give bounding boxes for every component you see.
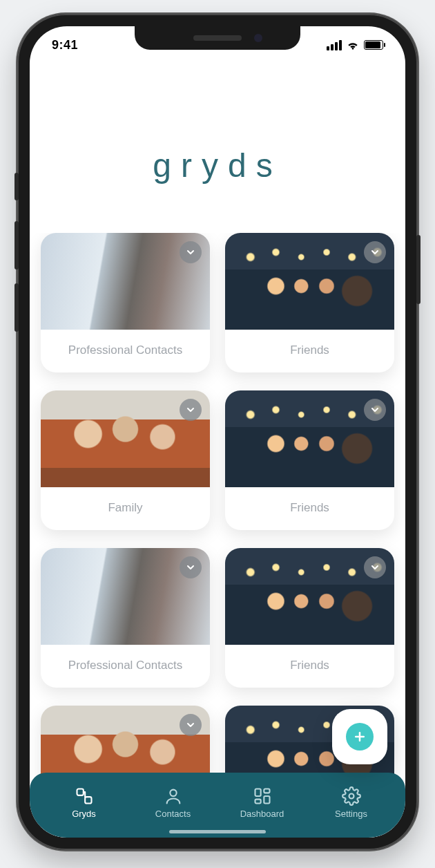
chevron-down-icon	[369, 404, 380, 415]
wifi-icon	[346, 40, 360, 50]
svg-rect-3	[85, 797, 91, 803]
nav-dashboard[interactable]: Dashboard	[218, 786, 307, 819]
card-expand-button[interactable]	[364, 399, 386, 421]
card-expand-button[interactable]	[180, 556, 202, 578]
card-professional-contacts[interactable]: Professional Contacts	[41, 548, 210, 688]
app-root: gryds Professional Contacts	[30, 64, 405, 838]
settings-icon	[342, 786, 361, 806]
svg-rect-7	[264, 796, 269, 804]
speaker	[193, 35, 242, 41]
card-label: Friends	[225, 330, 394, 372]
gryds-icon	[75, 786, 94, 806]
chevron-down-icon	[185, 719, 196, 730]
front-camera	[254, 34, 262, 42]
cellular-icon	[327, 40, 342, 50]
app-logo: gryds	[30, 64, 405, 233]
contacts-icon	[164, 786, 183, 806]
chevron-down-icon	[185, 404, 196, 415]
card-label: Family	[41, 487, 210, 530]
status-indicators	[327, 40, 383, 50]
svg-rect-2	[77, 789, 83, 795]
card-family[interactable]: Family	[41, 390, 210, 530]
phone-frame: 9:41 gryds	[17, 14, 418, 850]
side-button	[14, 221, 19, 270]
card-label: Friends	[225, 487, 394, 530]
dashboard-icon	[253, 786, 272, 806]
chevron-down-icon	[369, 247, 380, 258]
nav-contacts[interactable]: Contacts	[128, 786, 218, 819]
card-expand-button[interactable]	[364, 556, 386, 578]
chevron-down-icon	[185, 247, 196, 258]
bottom-nav: Gryds Contacts Dashboard	[30, 773, 405, 838]
card-friends[interactable]: Friends	[225, 233, 394, 372]
battery-icon	[364, 40, 383, 50]
screen: 9:41 gryds	[30, 26, 405, 838]
nav-label: Contacts	[155, 809, 191, 819]
nav-label: Dashboard	[240, 809, 284, 819]
card-expand-button[interactable]	[180, 399, 202, 421]
svg-rect-6	[264, 789, 269, 793]
card-expand-button[interactable]	[364, 241, 386, 263]
app-logo-text: gryds	[153, 147, 282, 184]
card-label: Friends	[225, 645, 394, 688]
card-professional-contacts[interactable]: Professional Contacts	[41, 233, 210, 372]
card-label: Professional Contacts	[41, 645, 210, 688]
svg-rect-5	[255, 789, 260, 796]
card-label: Professional Contacts	[41, 330, 210, 372]
chevron-down-icon	[369, 562, 380, 573]
side-button	[416, 235, 420, 304]
nav-gryds[interactable]: Gryds	[39, 786, 128, 819]
svg-point-9	[349, 793, 354, 798]
add-button[interactable]	[332, 709, 387, 764]
nav-label: Gryds	[72, 809, 96, 819]
side-button	[14, 283, 19, 332]
svg-point-4	[170, 789, 176, 795]
chevron-down-icon	[185, 562, 196, 573]
side-button	[14, 173, 19, 200]
nav-label: Settings	[335, 809, 367, 819]
nav-settings[interactable]: Settings	[307, 786, 396, 819]
card-friends[interactable]: Friends	[225, 390, 394, 530]
svg-rect-8	[255, 799, 260, 803]
card-expand-button[interactable]	[180, 714, 202, 736]
status-time: 9:41	[52, 38, 78, 53]
plus-icon	[346, 723, 374, 751]
card-expand-button[interactable]	[180, 241, 202, 263]
notch	[135, 26, 300, 50]
card-friends[interactable]: Friends	[225, 548, 394, 688]
home-indicator[interactable]	[169, 830, 266, 833]
